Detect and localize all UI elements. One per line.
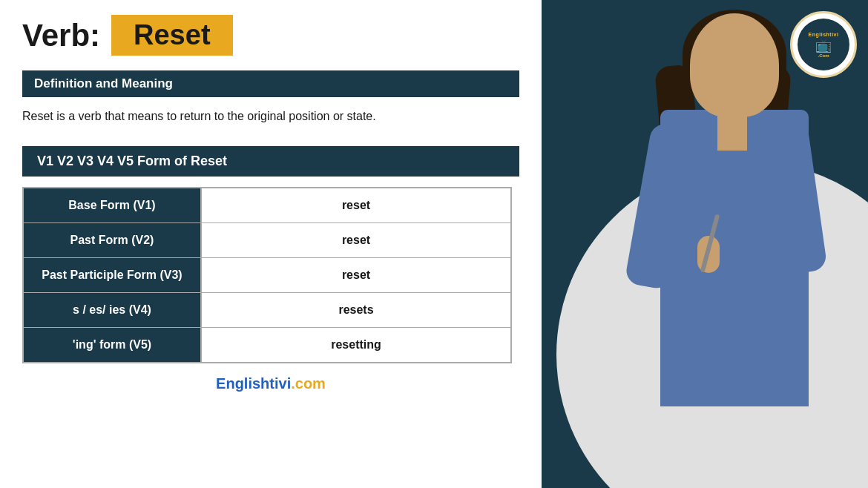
form-label: s / es/ ies (V4) <box>23 293 201 328</box>
logo-badge: Englishtivi 📺 .Com <box>790 11 857 78</box>
form-value: reset <box>201 188 511 223</box>
form-label: Past Participle Form (V3) <box>23 258 201 293</box>
logo-inner: Englishtivi 📺 .Com <box>798 19 849 70</box>
person-image <box>542 6 868 488</box>
verb-header: Verb: Reset <box>22 15 519 56</box>
form-value: reset <box>201 223 511 258</box>
table-row: Past Participle Form (V3)reset <box>23 258 511 293</box>
right-panel: Englishtivi 📺 .Com <box>542 0 868 488</box>
footer-brand-orange: .com <box>291 375 326 392</box>
logo-text-bottom: .Com <box>818 53 829 58</box>
logo-text-top: Englishtivi <box>809 32 839 37</box>
verb-forms-table: Base Form (V1)resetPast Form (V2)resetPa… <box>22 187 512 363</box>
form-label: Base Form (V1) <box>23 188 201 223</box>
verb-word: Reset <box>111 15 233 56</box>
left-panel: Verb: Reset Definition and Meaning Reset… <box>0 0 542 488</box>
table-row: s / es/ ies (V4)resets <box>23 293 511 328</box>
form-label: 'ing' form (V5) <box>23 328 201 363</box>
logo-tv-icon: 📺 <box>815 37 832 53</box>
verb-prefix: Verb: <box>22 18 100 53</box>
table-row: 'ing' form (V5)resetting <box>23 328 511 363</box>
form-value: resets <box>201 293 511 328</box>
form-value: reset <box>201 258 511 293</box>
table-row: Past Form (V2)reset <box>23 223 511 258</box>
form-value: resetting <box>201 328 511 363</box>
definition-text: Reset is a verb that means to return to … <box>22 108 519 125</box>
forms-banner: V1 V2 V3 V4 V5 Form of Reset <box>22 146 519 177</box>
form-label: Past Form (V2) <box>23 223 201 258</box>
footer-brand: Englishtivi.com <box>22 375 519 392</box>
footer-brand-blue: Englishtivi <box>216 375 291 392</box>
table-row: Base Form (V1)reset <box>23 188 511 223</box>
definition-banner: Definition and Meaning <box>22 70 519 97</box>
